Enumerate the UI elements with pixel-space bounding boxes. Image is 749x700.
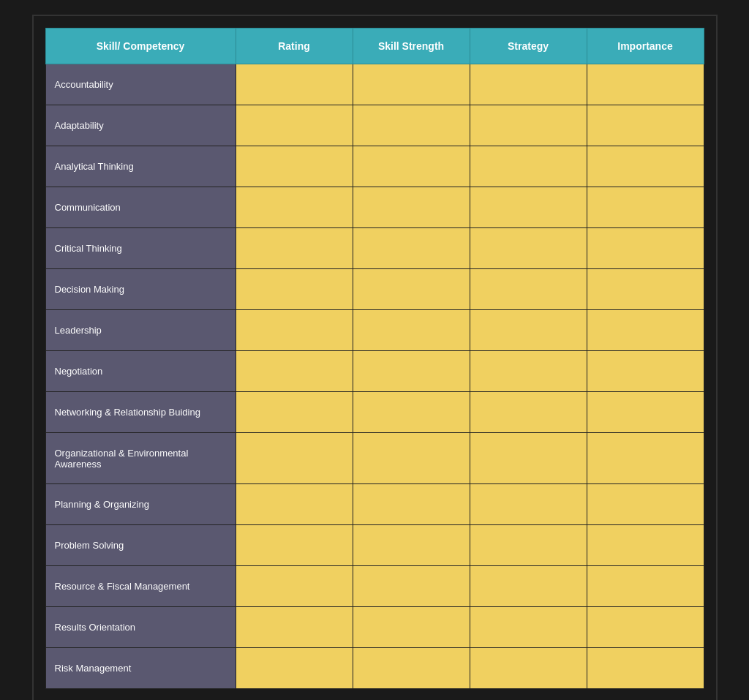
data-cell[interactable] (587, 433, 704, 484)
table-row: Analytical Thinking (45, 146, 704, 187)
skill-name-cell: Critical Thinking (45, 228, 236, 269)
data-cell[interactable] (353, 433, 470, 484)
table-row: Problem Solving (45, 525, 704, 566)
data-cell[interactable] (236, 310, 353, 351)
data-cell[interactable] (587, 187, 704, 228)
data-cell[interactable] (587, 64, 704, 105)
data-cell[interactable] (353, 525, 470, 566)
table-row: Resource & Fiscal Management (45, 566, 704, 607)
data-cell[interactable] (470, 310, 587, 351)
data-cell[interactable] (236, 648, 353, 689)
data-cell[interactable] (470, 64, 587, 105)
skill-name-cell: Leadership (45, 310, 236, 351)
data-cell[interactable] (353, 484, 470, 525)
data-cell[interactable] (353, 607, 470, 648)
data-cell[interactable] (587, 351, 704, 392)
data-cell[interactable] (470, 607, 587, 648)
data-cell[interactable] (236, 187, 353, 228)
header-cell-2: Skill Strength (353, 29, 470, 64)
data-cell[interactable] (353, 648, 470, 689)
data-cell[interactable] (236, 484, 353, 525)
data-cell[interactable] (353, 310, 470, 351)
table-row: Communication (45, 187, 704, 228)
data-cell[interactable] (236, 105, 353, 146)
data-cell[interactable] (470, 433, 587, 484)
header-cell-1: Rating (236, 29, 353, 64)
data-cell[interactable] (470, 484, 587, 525)
data-cell[interactable] (587, 607, 704, 648)
data-cell[interactable] (353, 228, 470, 269)
skill-name-cell: Problem Solving (45, 525, 236, 566)
data-cell[interactable] (236, 64, 353, 105)
data-cell[interactable] (470, 228, 587, 269)
table-row: Planning & Organizing (45, 484, 704, 525)
data-cell[interactable] (236, 607, 353, 648)
skill-name-cell: Accountability (45, 64, 236, 105)
data-cell[interactable] (236, 269, 353, 310)
header-cell-4: Importance (587, 29, 704, 64)
skills-table: Skill/ CompetencyRatingSkill StrengthStr… (45, 28, 704, 689)
data-cell[interactable] (587, 566, 704, 607)
data-cell[interactable] (587, 525, 704, 566)
table-row: Adaptability (45, 105, 704, 146)
data-cell[interactable] (587, 105, 704, 146)
data-cell[interactable] (470, 187, 587, 228)
table-row: Results Orientation (45, 607, 704, 648)
data-cell[interactable] (236, 228, 353, 269)
data-cell[interactable] (470, 525, 587, 566)
data-cell[interactable] (236, 566, 353, 607)
table-row: Leadership (45, 310, 704, 351)
data-cell[interactable] (353, 351, 470, 392)
data-cell[interactable] (353, 146, 470, 187)
data-cell[interactable] (353, 64, 470, 105)
skill-name-cell: Adaptability (45, 105, 236, 146)
data-cell[interactable] (587, 392, 704, 433)
skill-name-cell: Organizational & Environmental Awareness (45, 433, 236, 484)
data-cell[interactable] (587, 648, 704, 689)
data-cell[interactable] (587, 228, 704, 269)
table-row: Accountability (45, 64, 704, 105)
data-cell[interactable] (470, 392, 587, 433)
data-cell[interactable] (587, 310, 704, 351)
skill-name-cell: Decision Making (45, 269, 236, 310)
data-cell[interactable] (236, 433, 353, 484)
skill-name-cell: Planning & Organizing (45, 484, 236, 525)
table-row: Decision Making (45, 269, 704, 310)
data-cell[interactable] (470, 648, 587, 689)
header-cell-0: Skill/ Competency (45, 29, 236, 64)
data-cell[interactable] (353, 566, 470, 607)
data-cell[interactable] (236, 392, 353, 433)
table-row: Networking & Relationship Buiding (45, 392, 704, 433)
data-cell[interactable] (470, 105, 587, 146)
data-cell[interactable] (587, 146, 704, 187)
skill-name-cell: Networking & Relationship Buiding (45, 392, 236, 433)
header-cell-3: Strategy (470, 29, 587, 64)
data-cell[interactable] (470, 351, 587, 392)
data-cell[interactable] (236, 351, 353, 392)
data-cell[interactable] (470, 566, 587, 607)
data-cell[interactable] (353, 392, 470, 433)
table-container: Skill/ CompetencyRatingSkill StrengthStr… (32, 15, 718, 700)
header-row: Skill/ CompetencyRatingSkill StrengthStr… (45, 29, 704, 64)
skill-name-cell: Risk Management (45, 648, 236, 689)
data-cell[interactable] (353, 269, 470, 310)
table-row: Risk Management (45, 648, 704, 689)
skill-name-cell: Results Orientation (45, 607, 236, 648)
table-row: Negotiation (45, 351, 704, 392)
data-cell[interactable] (587, 484, 704, 525)
skill-name-cell: Communication (45, 187, 236, 228)
data-cell[interactable] (236, 525, 353, 566)
skill-name-cell: Analytical Thinking (45, 146, 236, 187)
table-row: Organizational & Environmental Awareness (45, 433, 704, 484)
data-cell[interactable] (587, 269, 704, 310)
data-cell[interactable] (470, 146, 587, 187)
data-cell[interactable] (353, 105, 470, 146)
skill-name-cell: Negotiation (45, 351, 236, 392)
data-cell[interactable] (470, 269, 587, 310)
data-cell[interactable] (236, 146, 353, 187)
data-cell[interactable] (353, 187, 470, 228)
skill-name-cell: Resource & Fiscal Management (45, 566, 236, 607)
table-row: Critical Thinking (45, 228, 704, 269)
